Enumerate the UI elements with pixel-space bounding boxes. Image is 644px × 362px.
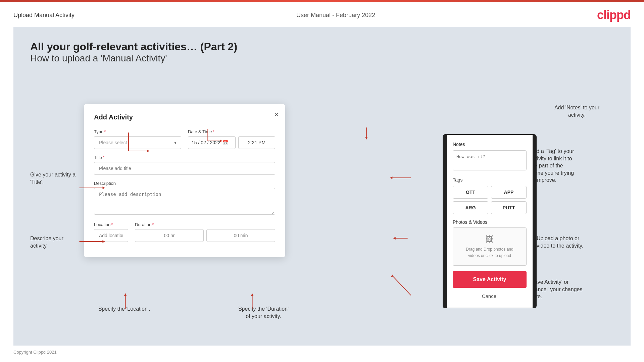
svg-marker-11 [124, 293, 127, 296]
page-title-block: All your golf-relevant activities… (Part… [30, 41, 614, 64]
tags-section-label: Tags [453, 177, 527, 183]
date-time-group: 15 / 02 / 2022 📅 2:21 PM [188, 136, 275, 149]
notes-textarea[interactable] [453, 150, 527, 170]
form-row-title: Title* [94, 155, 275, 175]
page-title-sub: How to upload a 'Manual Activity' [30, 53, 614, 64]
form-group-location: Location* [94, 222, 128, 242]
date-value: 15 / 02 / 2022 [192, 140, 220, 145]
phone-panel: Notes Tags OTT APP ARG PUTT Photos & Vid… [443, 134, 537, 308]
svg-line-20 [392, 275, 411, 295]
location-label: Location* [94, 222, 128, 227]
duration-min-input[interactable] [206, 229, 275, 242]
form-group-description: Description [94, 181, 275, 216]
svg-marker-21 [391, 274, 394, 277]
page-title-main: All your golf-relevant activities… (Part… [30, 41, 614, 53]
form-row-description: Description [94, 181, 275, 216]
svg-marker-13 [251, 293, 254, 296]
duration-label: Duration* [135, 222, 275, 227]
svg-marker-17 [390, 176, 393, 179]
copyright-text: Copyright Clippd 2021 [13, 350, 57, 355]
type-select-wrapper: Please select ▾ [94, 136, 181, 149]
form-group-title: Title* [94, 155, 275, 175]
form-group-datetime: Date & Time* 15 / 02 / 2022 📅 2:21 PM [188, 129, 275, 149]
description-textarea[interactable] [94, 188, 275, 215]
tag-ott[interactable]: OTT [453, 186, 488, 199]
type-label: Type* [94, 129, 181, 134]
header-center-title: User Manual - February 2022 [296, 12, 375, 19]
cancel-button[interactable]: Cancel [453, 291, 527, 301]
duration-hr-input[interactable] [135, 229, 204, 242]
svg-marker-15 [365, 137, 368, 140]
annotation-add-tag: Add a 'Tag' to youractivity to link it t… [530, 148, 617, 184]
title-input[interactable] [94, 162, 275, 175]
tags-grid: OTT APP ARG PUTT [453, 186, 527, 214]
form-row-location-duration: Location* Duration* [94, 222, 275, 242]
save-activity-button[interactable]: Save Activity [453, 271, 527, 288]
form-group-type: Type* Please select ▾ [94, 129, 181, 149]
annotation-specify-duration: Specify the 'Duration'of your activity. [225, 305, 302, 320]
tag-putt[interactable]: PUTT [491, 201, 527, 214]
dialog-title: Add Activity [94, 113, 275, 121]
header: Upload Manual Activity User Manual - Feb… [0, 2, 644, 27]
header-left-title: Upload Manual Activity [13, 12, 75, 19]
tag-app[interactable]: APP [491, 186, 527, 199]
dialog-close-button[interactable]: × [275, 111, 279, 118]
footer: Copyright Clippd 2021 [0, 346, 644, 359]
location-input[interactable] [94, 229, 128, 242]
annotation-add-notes: Add 'Notes' to youractivity. [540, 104, 614, 118]
svg-marker-19 [393, 237, 396, 240]
annotation-specify-location: Specify the 'Location'. [92, 305, 156, 313]
main-content: All your golf-relevant activities… (Part… [13, 27, 631, 346]
upload-icon: 🖼 [460, 235, 519, 244]
photos-upload-area[interactable]: 🖼 Drag and Drop photos and videos or cli… [453, 227, 527, 266]
notes-section-label: Notes [453, 142, 527, 147]
date-input[interactable]: 15 / 02 / 2022 📅 [188, 136, 236, 149]
datetime-label: Date & Time* [188, 129, 275, 134]
annotation-save-cancel: 'Save Activity' or'Cancel' your changesh… [530, 278, 617, 300]
form-row-type-datetime: Type* Please select ▾ Date & Time* [94, 129, 275, 149]
annotation-describe: Describe youractivity. [30, 235, 84, 249]
form-group-duration: Duration* [135, 222, 275, 242]
tag-arg[interactable]: ARG [453, 201, 488, 214]
calendar-icon: 📅 [222, 140, 228, 145]
time-input[interactable]: 2:21 PM [238, 136, 275, 149]
description-label: Description [94, 181, 275, 186]
upload-text: Drag and Drop photos and videos or click… [466, 247, 513, 258]
logo: clippd [597, 8, 631, 22]
photos-section-label: Photos & Videos [453, 219, 527, 225]
annotation-upload-photo: Upload a photo orvideo to the activity. [537, 235, 617, 249]
annotation-give-title: Give your activity a'Title'. [30, 171, 84, 186]
title-label: Title* [94, 155, 275, 160]
add-activity-dialog: Add Activity × Type* Please select ▾ [84, 104, 285, 257]
duration-group [135, 229, 275, 242]
type-select[interactable]: Please select [94, 136, 181, 149]
